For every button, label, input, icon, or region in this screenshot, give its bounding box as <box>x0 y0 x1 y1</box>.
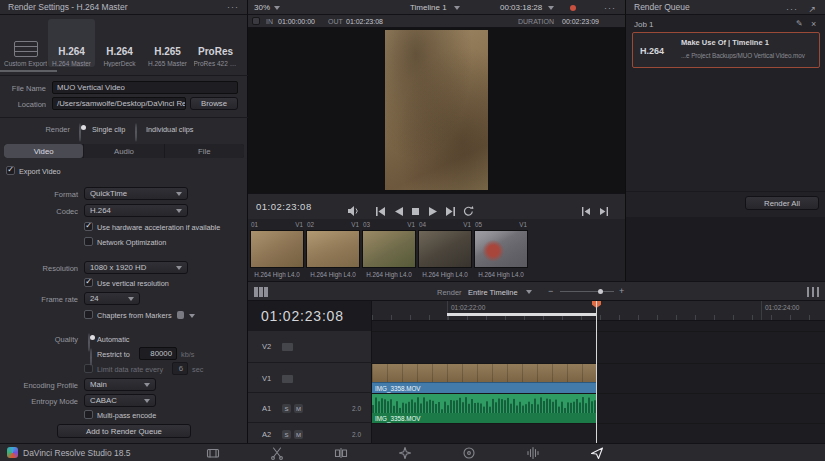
volume-icon[interactable] <box>348 202 361 220</box>
preset-prores[interactable]: ProRes ProRes 422 HQ <box>192 19 239 67</box>
timeline-view-icon[interactable] <box>254 287 268 297</box>
multipass-checkbox[interactable] <box>84 410 93 419</box>
page-deliver-icon[interactable] <box>590 446 604 461</box>
skip-back-icon[interactable] <box>375 202 386 220</box>
stop-icon[interactable] <box>411 202 420 220</box>
codec-dropdown[interactable]: H.264 <box>84 204 188 217</box>
single-clip-radio[interactable] <box>79 123 81 142</box>
clip-thumbnail[interactable] <box>306 230 360 268</box>
format-dropdown[interactable]: QuickTime <box>84 187 188 200</box>
page-color-icon[interactable] <box>462 446 476 461</box>
timeline-select[interactable]: Timeline 1 <box>410 3 447 12</box>
clip-index: 04 <box>419 221 426 228</box>
loop-icon[interactable] <box>463 202 474 220</box>
restrict-bitrate-input[interactable]: 80000 <box>139 347 177 360</box>
preset-h265-master[interactable]: H.265 H.265 Master <box>144 19 191 67</box>
hw-accel-checkbox[interactable]: ✓ <box>84 222 93 231</box>
vertical-res-checkbox[interactable]: ✓ <box>84 278 93 287</box>
mixer-icon[interactable] <box>807 287 819 297</box>
viewer-zoom-select[interactable]: 30% <box>254 3 270 12</box>
frame-rate-dropdown[interactable]: 24 <box>84 292 140 305</box>
limit-data-rate-checkbox[interactable] <box>84 364 93 373</box>
range-mode-icon[interactable] <box>252 17 260 25</box>
tab-file[interactable]: File <box>165 144 244 158</box>
video-clip[interactable]: IMG_3358.MOV <box>372 364 597 393</box>
mute-button[interactable]: M <box>294 430 303 439</box>
viewer-timecode[interactable]: 00:03:18:28 <box>500 3 542 12</box>
file-name-input[interactable]: MUO Vertical Video <box>52 81 238 94</box>
page-fairlight-icon[interactable] <box>526 446 540 461</box>
chevron-down-icon[interactable] <box>454 6 460 10</box>
clip-thumbnail[interactable] <box>362 230 416 268</box>
add-to-render-queue-button[interactable]: Add to Render Queue <box>57 424 191 438</box>
clip-thumbnail[interactable] <box>418 230 472 268</box>
track-header-a1[interactable]: A1 S M 2.0 <box>248 394 372 423</box>
clip-thumbnail[interactable] <box>250 230 304 268</box>
chapters-checkbox[interactable] <box>84 310 93 319</box>
limit-data-rate-input[interactable]: 6 <box>172 362 188 375</box>
export-video-checkbox[interactable]: ✓ <box>6 166 15 175</box>
render-all-button[interactable]: Render All <box>745 196 819 210</box>
playhead-line[interactable] <box>596 301 597 443</box>
page-media-icon[interactable] <box>206 446 220 461</box>
page-cut-icon[interactable] <box>270 446 284 461</box>
track-header-a2[interactable]: A2 S M 2.0 <box>248 424 372 443</box>
chevron-down-icon[interactable] <box>274 6 280 10</box>
entropy-mode-dropdown[interactable]: CABAC <box>84 394 156 407</box>
preset-h264-master[interactable]: H.264 H.264 Master <box>48 19 95 67</box>
preset-custom-export[interactable]: Custom Export <box>3 19 48 67</box>
out-value[interactable]: 01:02:23:08 <box>346 18 383 25</box>
solo-button[interactable]: S <box>282 404 291 413</box>
render-range-select[interactable]: Entire Timeline <box>468 288 518 297</box>
render-queue-menu-icon[interactable]: ··· <box>786 4 798 14</box>
render-settings-menu-icon[interactable]: ··· <box>227 2 239 12</box>
preset-hyperdeck[interactable]: H.264 HyperDeck <box>96 19 143 67</box>
location-input[interactable]: /Users/samwolfe/Desktop/DaVinci Resolve/… <box>52 97 186 110</box>
in-value[interactable]: 01:00:00:00 <box>278 18 315 25</box>
page-edit-icon[interactable] <box>334 446 348 461</box>
track-enable-button[interactable] <box>282 343 293 351</box>
mute-button[interactable]: M <box>294 404 303 413</box>
expand-icon[interactable]: ↗ <box>808 4 817 14</box>
zoom-in-icon[interactable]: + <box>619 286 624 296</box>
individual-clips-radio[interactable] <box>135 123 137 142</box>
viewer-panel: IN 01:00:00:00 OUT 01:02:23:08 DURATION … <box>248 15 625 281</box>
chevron-down-icon[interactable] <box>189 314 195 318</box>
preset-scrollbar[interactable] <box>0 70 57 72</box>
encoding-profile-dropdown[interactable]: Main <box>84 378 156 391</box>
tab-video[interactable]: Video <box>4 144 83 158</box>
divider <box>626 191 825 192</box>
chevron-down-icon[interactable] <box>548 6 554 10</box>
clip-thumbnail[interactable] <box>474 230 528 268</box>
jump-to-out-icon[interactable] <box>599 202 609 220</box>
track-header-v1[interactable]: V1 <box>248 364 372 393</box>
tab-audio[interactable]: Audio <box>84 144 163 158</box>
play-reverse-icon[interactable] <box>394 202 403 220</box>
viewer-menu-icon[interactable]: ··· <box>604 3 616 13</box>
zoom-slider-handle[interactable] <box>598 289 603 294</box>
render-queue-title: Render Queue <box>634 2 690 12</box>
timeline-timecode[interactable]: 01:02:23:08 <box>261 308 344 324</box>
browse-button[interactable]: Browse <box>190 97 238 110</box>
page-nav <box>206 446 620 461</box>
jump-to-in-icon[interactable] <box>581 202 591 220</box>
play-icon[interactable] <box>428 202 437 220</box>
resolution-dropdown[interactable]: 1080 x 1920 HD <box>84 261 188 274</box>
zoom-slider-track[interactable] <box>560 291 614 292</box>
preset-codec: H.264 <box>106 46 133 57</box>
audio-clip[interactable]: IMG_3358.MOV <box>372 394 597 423</box>
edit-job-icon[interactable]: ✎ <box>796 19 803 28</box>
close-job-icon[interactable]: × <box>811 19 816 29</box>
network-opt-checkbox[interactable] <box>84 237 93 246</box>
render-job-card[interactable]: H.264 Make Use Of | Timeline 1 ...e Proj… <box>632 32 820 68</box>
skip-forward-icon[interactable] <box>445 202 456 220</box>
zoom-out-icon[interactable]: − <box>548 286 553 296</box>
page-fusion-icon[interactable] <box>398 446 412 461</box>
viewer-stage <box>248 28 625 193</box>
solo-button[interactable]: S <box>282 430 291 439</box>
transport-timecode[interactable]: 01:02:23:08 <box>256 201 312 212</box>
chevron-down-icon[interactable] <box>526 290 532 294</box>
track-header-v2[interactable]: V2 <box>248 331 372 363</box>
track-enable-button[interactable] <box>282 375 293 383</box>
marker-color-chip[interactable] <box>177 311 184 319</box>
